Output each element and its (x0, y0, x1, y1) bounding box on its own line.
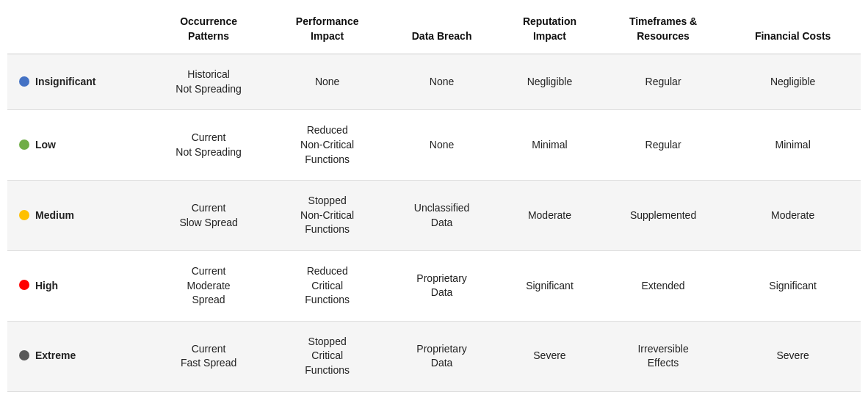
column-header-2: PerformanceImpact (269, 7, 386, 54)
data_breach-cell-3: ProprietaryData (386, 250, 498, 321)
occurrence-cell-1: CurrentNot Spreading (148, 110, 269, 181)
performance-cell-3: ReducedCriticalFunctions (269, 250, 386, 321)
level-cell-2: Medium (7, 181, 148, 251)
reputation-cell-1: Minimal (498, 110, 601, 181)
level-label-4: Extreme (35, 349, 76, 363)
performance-cell-0: None (269, 54, 386, 110)
table-row: LowCurrentNot SpreadingReducedNon-Critic… (7, 110, 861, 181)
column-header-5: Timeframes &Resources (601, 7, 726, 54)
column-header-6: Financial Costs (725, 7, 861, 54)
table-row: InsignificantHistoricalNot SpreadingNone… (7, 54, 861, 110)
reputation-cell-4: Severe (498, 321, 601, 391)
dot-icon-4 (19, 350, 29, 360)
timeframes-cell-0: Regular (601, 54, 726, 110)
level-cell-4: Extreme (7, 321, 148, 391)
occurrence-cell-2: CurrentSlow Spread (148, 181, 269, 251)
data_breach-cell-1: None (386, 110, 498, 181)
level-label-0: Insignificant (35, 75, 95, 90)
table-row: MediumCurrentSlow SpreadStoppedNon-Criti… (7, 181, 861, 251)
timeframes-cell-1: Regular (601, 110, 726, 181)
data_breach-cell-2: UnclassifiedData (386, 181, 498, 251)
level-label-2: Medium (35, 209, 74, 223)
dot-icon-1 (19, 139, 29, 150)
performance-cell-4: StoppedCriticalFunctions (269, 321, 386, 391)
occurrence-cell-3: CurrentModerateSpread (148, 250, 269, 321)
data_breach-cell-4: ProprietaryData (386, 321, 498, 391)
table-row: ExtremeCurrentFast SpreadStoppedCritical… (7, 321, 861, 391)
financial-cell-2: Moderate (725, 181, 861, 251)
occurrence-cell-0: HistoricalNot Spreading (148, 54, 269, 110)
column-header-3: Data Breach (386, 7, 498, 54)
level-cell-1: Low (7, 110, 148, 181)
level-label-3: High (35, 279, 58, 294)
column-header-4: ReputationImpact (498, 7, 601, 54)
column-header-0 (7, 7, 148, 54)
occurrence-cell-4: CurrentFast Spread (148, 321, 269, 391)
risk-matrix-table: OccurrencePatternsPerformanceImpactData … (7, 7, 861, 392)
column-header-1: OccurrencePatterns (148, 7, 269, 54)
level-cell-0: Insignificant (7, 54, 148, 110)
performance-cell-2: StoppedNon-CriticalFunctions (269, 181, 386, 251)
financial-cell-3: Significant (725, 250, 861, 321)
level-label-1: Low (35, 138, 56, 153)
performance-cell-1: ReducedNon-CriticalFunctions (269, 110, 386, 181)
data_breach-cell-0: None (386, 54, 498, 110)
dot-icon-0 (19, 76, 29, 87)
reputation-cell-3: Significant (498, 250, 601, 321)
table-row: HighCurrentModerateSpreadReducedCritical… (7, 250, 861, 321)
timeframes-cell-4: IrreversibleEffects (601, 321, 726, 391)
level-cell-3: High (7, 250, 148, 321)
financial-cell-0: Negligible (725, 54, 861, 110)
financial-cell-4: Severe (725, 321, 861, 391)
reputation-cell-2: Moderate (498, 181, 601, 251)
timeframes-cell-3: Extended (601, 250, 726, 321)
reputation-cell-0: Negligible (498, 54, 601, 110)
timeframes-cell-2: Supplemented (601, 181, 726, 251)
dot-icon-2 (19, 210, 29, 220)
financial-cell-1: Minimal (725, 110, 861, 181)
dot-icon-3 (19, 280, 29, 290)
